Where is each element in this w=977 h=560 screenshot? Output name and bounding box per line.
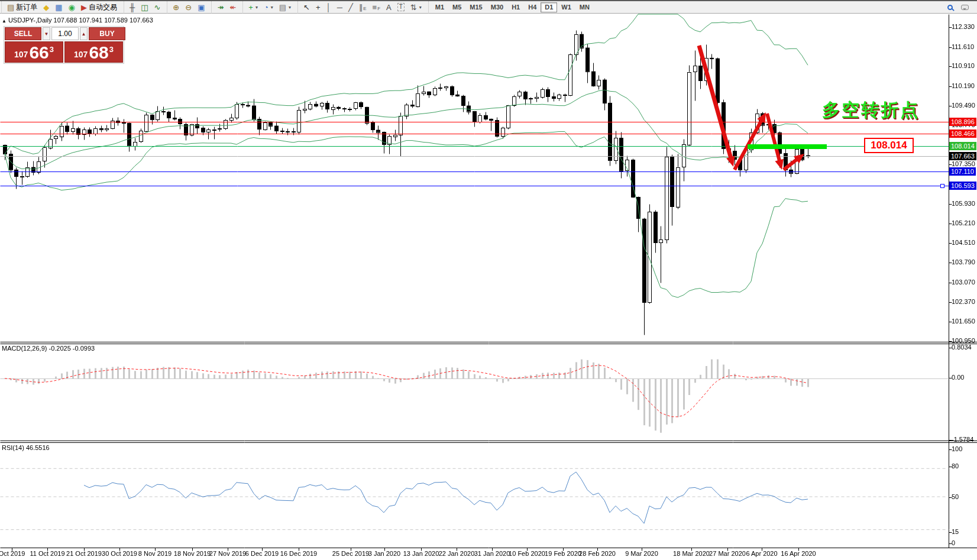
- sell-price-prefix: 107: [14, 50, 28, 59]
- sell-price-main: 66: [29, 44, 48, 61]
- sell-price-sup: 3: [50, 43, 54, 54]
- buy-price-prefix: 107: [74, 50, 88, 59]
- volume-input[interactable]: [51, 27, 79, 40]
- one-click-trade-panel: SELL ▼ ▲ BUY 107 66 3 107 68 3: [4, 26, 124, 64]
- sell-price-button[interactable]: 107 66 3: [5, 41, 63, 63]
- sell-button[interactable]: SELL: [5, 27, 41, 40]
- buy-button[interactable]: BUY: [89, 27, 125, 40]
- volume-decrease-button[interactable]: ▼: [43, 27, 50, 40]
- chart-canvas[interactable]: [0, 0, 977, 560]
- buy-price-sup: 3: [109, 43, 114, 54]
- terminal-window: ▤新订单◆▦◉▶自动交易╫◫∿⊕⊖▣↠↞+▾◔▾▤▾↖+│─╱∥E≡FAT⇅▾ …: [0, 0, 977, 560]
- volume-increase-button[interactable]: ▲: [80, 27, 88, 40]
- price-annotation-box[interactable]: 108.014: [864, 138, 914, 153]
- chart-area: ▲USDJPY-,Daily 107.688 107.941 107.589 1…: [0, 14, 977, 560]
- buy-price-main: 68: [89, 44, 108, 61]
- buy-price-button[interactable]: 107 68 3: [64, 41, 123, 63]
